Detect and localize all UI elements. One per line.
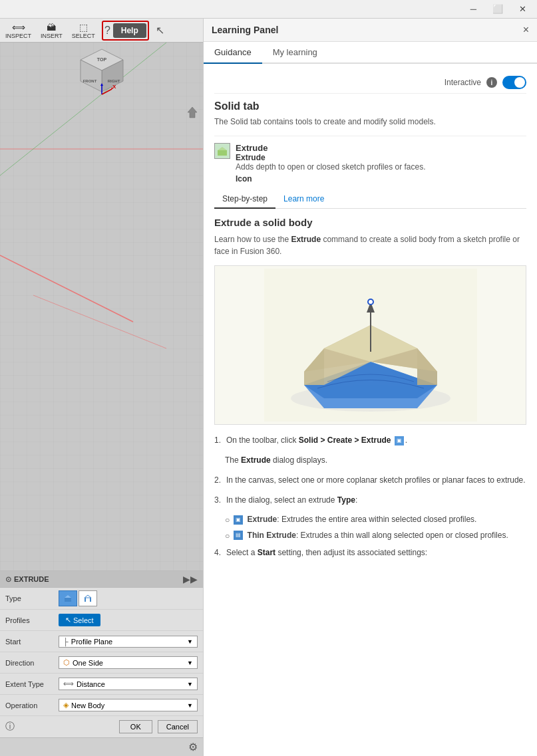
dialog-title-row: ⊙ EXTRUDE	[5, 575, 49, 584]
ok-button[interactable]: OK	[119, 720, 152, 733]
sub-tab-step-by-step[interactable]: Step-by-step	[214, 190, 275, 209]
direction-icon: ⬡	[63, 658, 70, 667]
guide-title: Extrude a solid body	[214, 217, 526, 228]
step-3-content: In the dialog, select an extrude Type:	[226, 494, 357, 506]
start-row: Start ├ Profile Plane ▼	[0, 631, 203, 652]
step-4-content: Select a Start setting, then adjust its …	[226, 547, 427, 559]
bullet-content-2: ▤ Thin Extrude: Extrudes a thin wall alo…	[234, 530, 508, 542]
direction-row: Direction ⬡ One Side ▼	[0, 652, 203, 674]
profiles-select-button[interactable]: ↖ Select	[59, 614, 100, 626]
extent-type-control: ⟺ Distance ▼	[59, 678, 198, 690]
window-chrome: ─ ⬜ ✕	[0, 0, 537, 19]
inspect-button[interactable]: ⟺ INSPECT	[3, 21, 34, 41]
svg-text:FRONT: FRONT	[83, 79, 96, 83]
profiles-row: Profiles ↖ Select	[0, 610, 203, 631]
bullet-item-2: ○ ▤ Thin Extrude: Extrudes a thin wall a…	[225, 530, 526, 542]
select-icon: ⬚	[79, 22, 88, 33]
feature-info: Extrude Extrude Adds depth to open or cl…	[236, 143, 426, 186]
extrude-inline-icon: ▣	[395, 436, 404, 445]
select-button[interactable]: ⬚ SELECT	[69, 21, 98, 41]
step-2: 2. In the canvas, select one or more cop…	[214, 474, 526, 486]
feature-name: Extrude	[236, 143, 426, 153]
type-label: Type	[5, 594, 59, 602]
minimize-button[interactable]: ─	[465, 3, 482, 15]
sub-tabs: Step-by-step Learn more	[214, 190, 526, 209]
svg-rect-22	[218, 150, 227, 156]
step-1-content: On the toolbar, click Solid > Create > E…	[226, 434, 407, 446]
interactive-info-icon[interactable]: i	[486, 77, 497, 88]
cancel-button[interactable]: Cancel	[158, 720, 198, 733]
type-thin-button[interactable]	[79, 590, 97, 606]
operation-dropdown[interactable]: ◈ New Body ▼	[59, 699, 198, 711]
step-2-num: 2.	[214, 474, 221, 486]
extrude-bullet-icon-1: ▣	[234, 515, 243, 525]
dropdown-arrow-icon: ▼	[187, 638, 193, 645]
tab-my-learning[interactable]: My learning	[262, 42, 328, 64]
step-1-num: 1.	[214, 434, 221, 446]
dialog-expand-icon[interactable]: ▶▶	[183, 574, 198, 584]
new-body-icon: ◈	[63, 701, 69, 709]
help-button-container: ? Help	[102, 21, 149, 41]
type-row: Type	[0, 588, 203, 610]
step-4: 4. Select a Start setting, then adjust i…	[214, 547, 526, 559]
divider-1	[214, 136, 526, 136]
step-1b: The Extrude dialog displays.	[225, 454, 526, 466]
restore-button[interactable]: ⬜	[487, 3, 508, 15]
profile-plane-icon: ├	[63, 638, 69, 646]
svg-text:X: X	[112, 84, 116, 90]
svg-text:TOP: TOP	[96, 57, 106, 62]
panel-title: Learning Panel	[212, 25, 278, 35]
bullet-content-1: ▣ Extrude: Extrudes the entire area with…	[234, 514, 476, 526]
svg-rect-19	[85, 598, 86, 602]
tab-guidance[interactable]: Guidance	[204, 42, 262, 64]
toolbar: ⟺ INSPECT 🏔 INSERT ⬚ SELECT ? Help ↖	[0, 19, 203, 43]
direction-control: ⬡ One Side ▼	[59, 656, 198, 669]
close-button[interactable]: ✕	[514, 3, 532, 15]
panel-close-button[interactable]: ×	[523, 24, 529, 36]
interactive-row: Interactive i	[214, 72, 526, 94]
settings-icon[interactable]: ⚙	[188, 741, 198, 753]
step-3: 3. In the dialog, select an extrude Type…	[214, 494, 526, 506]
direction-arrow-icon: ▼	[187, 660, 193, 666]
panel-tabs: Guidance My learning	[204, 42, 537, 64]
guide-intro: Learn how to use the Extrude command to …	[214, 233, 526, 257]
dialog-header: ⊙ EXTRUDE ▶▶	[0, 571, 203, 588]
step-2-content: In the canvas, select one or more coplan…	[226, 474, 526, 486]
grid-background	[0, 43, 203, 570]
sub-tab-learn-more[interactable]: Learn more	[275, 190, 332, 209]
bullet-dot-1: ○	[225, 515, 230, 526]
orientation-icon[interactable]	[187, 106, 198, 121]
nav-cube-svg: TOP FRONT RIGHT X	[75, 48, 128, 98]
extent-type-dropdown[interactable]: ⟺ Distance ▼	[59, 678, 198, 690]
direction-dropdown[interactable]: ⬡ One Side ▼	[59, 656, 198, 669]
bullet-list: ○ ▣ Extrude: Extrudes the entire area wi…	[225, 514, 526, 542]
step-1b-content: The Extrude dialog displays.	[225, 454, 327, 466]
panel-content: Interactive i Solid tab The Solid tab co…	[204, 64, 537, 756]
svg-point-37	[369, 300, 373, 304]
step-3-num: 3.	[214, 494, 221, 506]
type-solid-button[interactable]	[59, 590, 77, 606]
insert-icon: 🏔	[47, 22, 56, 33]
insert-button[interactable]: 🏔 INSERT	[38, 21, 65, 41]
extrude-small-icon	[216, 145, 228, 157]
svg-text:RIGHT: RIGHT	[107, 79, 120, 83]
extrude-illustration-svg	[264, 269, 477, 422]
extrude-feature-icon	[214, 143, 230, 159]
profiles-label: Profiles	[5, 616, 59, 624]
question-icon: ?	[104, 25, 110, 37]
extent-type-label: Extent Type	[5, 680, 59, 688]
help-button[interactable]: Help	[113, 23, 146, 38]
svg-rect-20	[90, 598, 91, 602]
solid-extrude-icon	[63, 594, 73, 603]
extent-arrow-icon: ▼	[187, 681, 193, 688]
bullet-item-1: ○ ▣ Extrude: Extrudes the entire area wi…	[225, 514, 526, 526]
nav-cube[interactable]: TOP FRONT RIGHT X	[75, 48, 128, 100]
viewport[interactable]: TOP FRONT RIGHT X	[0, 43, 203, 570]
svg-rect-17	[65, 598, 71, 602]
operation-arrow-icon: ▼	[187, 702, 193, 709]
info-circle-icon: ⓘ	[5, 721, 15, 733]
start-dropdown[interactable]: ├ Profile Plane ▼	[59, 636, 198, 648]
svg-marker-21	[85, 595, 91, 598]
interactive-toggle[interactable]	[502, 76, 526, 89]
help-area: ⟺ INSPECT 🏔 INSERT ⬚ SELECT ? Help ↖	[3, 21, 164, 41]
